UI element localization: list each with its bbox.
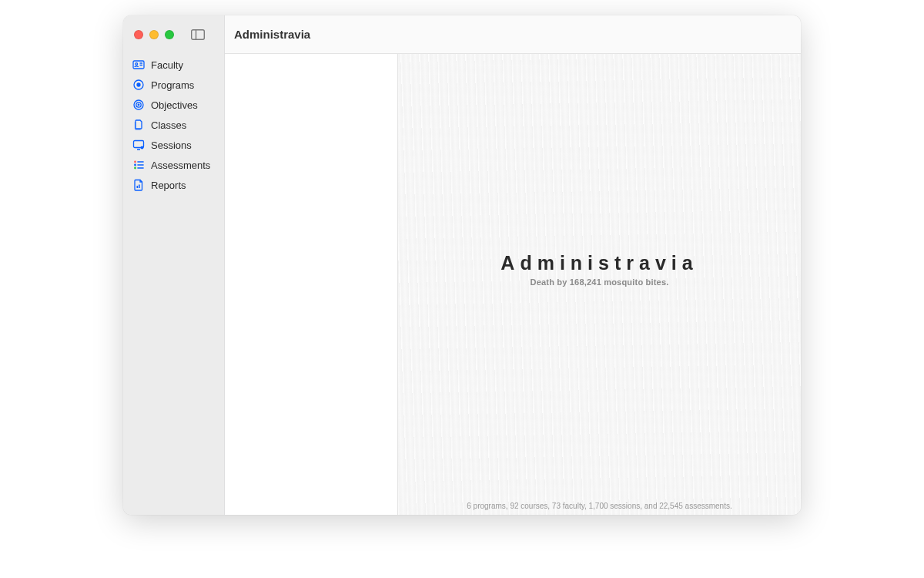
- list-pane: [225, 54, 398, 515]
- sidebar-item-objectives[interactable]: Objectives: [128, 96, 219, 114]
- sidebar: Faculty Programs: [123, 15, 225, 515]
- sidebar-item-label: Assessments: [151, 160, 210, 171]
- hero-title: Administravia: [500, 252, 698, 274]
- close-window-button[interactable]: [134, 30, 143, 39]
- titlebar: [123, 15, 224, 54]
- content-area: Administravia Death by 168,241 mosquito …: [225, 54, 801, 515]
- zoom-window-button[interactable]: [165, 30, 174, 39]
- sidebar-item-label: Faculty: [151, 59, 183, 71]
- svg-point-16: [134, 164, 136, 166]
- sidebar-nav: Faculty Programs: [123, 54, 224, 194]
- display-dot-icon: [132, 139, 145, 151]
- sidebar-item-label: Reports: [151, 180, 186, 191]
- sidebar-item-label: Classes: [151, 119, 186, 131]
- main-area: Administravia Administravia Death by 168…: [225, 15, 801, 515]
- doc-copy-icon: [132, 119, 145, 131]
- sidebar-item-faculty[interactable]: Faculty: [128, 55, 219, 74]
- hero: Administravia Death by 168,241 mosquito …: [500, 252, 698, 287]
- svg-point-7: [137, 83, 140, 86]
- minimize-window-button[interactable]: [149, 30, 159, 39]
- svg-rect-0: [192, 30, 205, 40]
- report-icon: [132, 179, 145, 191]
- sidebar-item-assessments[interactable]: Assessments: [128, 156, 219, 174]
- sidebar-item-label: Sessions: [151, 139, 192, 151]
- svg-point-13: [141, 146, 144, 150]
- svg-point-18: [134, 167, 136, 170]
- svg-rect-20: [137, 186, 139, 188]
- checklist-icon: [132, 159, 145, 171]
- sidebar-item-programs[interactable]: Programs: [128, 76, 219, 94]
- footer-stats: 6 programs, 92 courses, 73 faculty, 1,70…: [467, 502, 732, 510]
- id-card-icon: [132, 59, 145, 71]
- sidebar-item-label: Objectives: [151, 99, 198, 111]
- sidebar-item-reports[interactable]: Reports: [128, 176, 219, 194]
- svg-rect-21: [139, 185, 140, 189]
- traffic-lights: [134, 30, 174, 39]
- detail-pane: Administravia Death by 168,241 mosquito …: [398, 54, 801, 515]
- target-icon: [132, 79, 145, 91]
- svg-point-14: [134, 161, 136, 163]
- sidebar-item-classes[interactable]: Classes: [128, 116, 219, 134]
- window-title: Administravia: [234, 28, 310, 41]
- toolbar: Administravia: [225, 15, 801, 54]
- svg-point-10: [138, 104, 139, 106]
- bullseye-icon: [132, 99, 145, 111]
- svg-point-3: [136, 63, 138, 66]
- sidebar-item-label: Programs: [151, 79, 194, 91]
- sidebar-toggle-button[interactable]: [191, 29, 205, 40]
- app-window: Faculty Programs: [123, 15, 801, 515]
- sidebar-item-sessions[interactable]: Sessions: [128, 136, 219, 154]
- hero-subtitle: Death by 168,241 mosquito bites.: [500, 277, 698, 287]
